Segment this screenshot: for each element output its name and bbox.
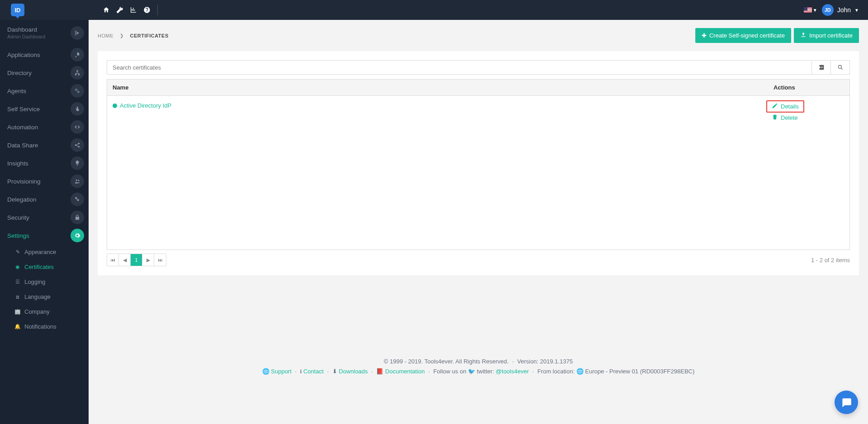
sidebar-item-automation[interactable]: Automation ‹: [0, 118, 89, 136]
search-row: [107, 60, 850, 75]
download-icon: ⬇: [332, 368, 337, 375]
chart-icon[interactable]: [127, 0, 140, 20]
sidebar-subitem-language[interactable]: 🗎 Language: [0, 289, 89, 304]
sidebar-item-insights[interactable]: Insights ‹: [0, 154, 89, 172]
clear-button[interactable]: [812, 60, 831, 75]
help-icon[interactable]: [140, 0, 154, 20]
footer-support-link[interactable]: Support: [271, 368, 292, 375]
sidebar-subitem-certificates[interactable]: ◉ Certificates: [0, 259, 89, 274]
pencil-icon: [772, 103, 778, 110]
footer-contact-link[interactable]: Contact: [303, 368, 324, 375]
svg-point-7: [838, 65, 841, 68]
main-content: HOME ❯ CERTIFICATES ✚ Create Self-signed…: [89, 20, 868, 386]
sidebar-item-label: Settings: [7, 232, 74, 239]
sidebar-item-settings[interactable]: Settings ⌄: [0, 226, 89, 245]
caret-down-icon: ▼: [854, 8, 859, 13]
code-icon: [71, 120, 84, 134]
grid-header: Name Actions: [107, 80, 849, 96]
home-icon[interactable]: [99, 0, 113, 20]
list-icon: ☰: [14, 279, 21, 285]
user-menu[interactable]: JD John ▼: [822, 4, 859, 16]
sidebar-item-label: Dashboard: [7, 26, 37, 33]
pager: ⏮ ◀ 1 ▶ ⏭: [107, 254, 166, 266]
book-icon: 📕: [376, 368, 383, 375]
pager-page-button[interactable]: 1: [131, 254, 142, 266]
sidebar-item-applications[interactable]: Applications ‹: [0, 46, 89, 64]
avatar: JD: [822, 4, 834, 16]
footer-documentation-link[interactable]: Documentation: [385, 368, 425, 375]
footer-version: Version: 2019.1.1375: [517, 358, 573, 365]
breadcrumb-home[interactable]: HOME: [98, 33, 113, 38]
language-selector[interactable]: ▼: [804, 7, 817, 13]
certificate-name-label: Active Directory IdP: [120, 102, 171, 109]
sidebar-subitem-company[interactable]: 🏢 Company: [0, 304, 89, 319]
sidebar-item-label: Applications: [7, 52, 76, 58]
sidebar-item-label: Directory: [7, 70, 76, 76]
brush-icon: ✎: [14, 249, 21, 255]
sidebar-item-directory[interactable]: Directory ‹: [0, 64, 89, 82]
info-icon: i: [300, 368, 302, 375]
sidebar-item-provisioning[interactable]: Provisioning ‹: [0, 172, 89, 190]
pager-last-button[interactable]: ⏭: [154, 254, 166, 266]
footer-location-label: From location:: [538, 368, 575, 375]
pointer-icon: [71, 102, 84, 116]
sidebar-subitem-label: Language: [24, 293, 51, 300]
table-row: Active Directory IdP Details Delete: [107, 96, 849, 124]
sidebar-subitem-logging[interactable]: ☰ Logging: [0, 274, 89, 289]
import-certificate-button[interactable]: Import certificate: [794, 28, 859, 43]
pager-first-button[interactable]: ⏮: [107, 254, 119, 266]
building-icon: 🏢: [14, 309, 21, 315]
trash-icon: [772, 114, 778, 122]
footer-location-value: Europe - Preview 01 (RD0003FF298EBC): [585, 368, 694, 375]
sidebar-item-dashboard[interactable]: Dashboard Admin Dashboard: [0, 20, 89, 46]
sidebar-item-datashare[interactable]: Data Share: [0, 136, 89, 154]
delete-link[interactable]: Delete: [772, 113, 844, 122]
pager-next-button[interactable]: ▶: [142, 254, 154, 266]
sidebar-subitem-label: Logging: [24, 278, 45, 285]
logo-area[interactable]: ID: [0, 0, 89, 20]
footer-twitter-link[interactable]: @tools4ever: [496, 368, 529, 375]
wrench-icon[interactable]: [113, 0, 127, 20]
search-input[interactable]: [107, 60, 812, 75]
sidebar-item-label: Self Service: [7, 106, 76, 113]
sitemap-icon: [71, 66, 84, 80]
username-label: John: [837, 6, 851, 14]
search-button[interactable]: [831, 60, 850, 75]
pager-prev-button[interactable]: ◀: [119, 254, 131, 266]
breadcrumb: HOME ❯ CERTIFICATES: [98, 33, 169, 38]
globe-icon: 🌐: [262, 368, 269, 375]
sidebar-subitem-label: Certificates: [24, 264, 54, 270]
details-highlight: Details: [766, 100, 804, 113]
footer-downloads-link[interactable]: Downloads: [339, 368, 368, 375]
column-name[interactable]: Name: [107, 80, 768, 95]
page-actions: ✚ Create Self-signed certificate Import …: [695, 28, 859, 43]
sidebar-item-agents[interactable]: Agents: [0, 82, 89, 100]
sidebar-subitem-appearance[interactable]: ✎ Appearance: [0, 245, 89, 259]
svg-point-1: [78, 91, 80, 93]
row-actions: Details Delete: [772, 102, 844, 122]
sidebar-item-selfservice[interactable]: Self Service ‹: [0, 100, 89, 118]
sidebar-item-label: Security: [7, 214, 76, 221]
bell-icon: 🔔: [14, 324, 21, 330]
topbar-quick-icons: [99, 0, 158, 20]
footer-follow-label: Follow us on: [433, 368, 466, 375]
create-certificate-button[interactable]: ✚ Create Self-signed certificate: [695, 28, 791, 43]
sidebar-subitem-notifications[interactable]: 🔔 Notifications: [0, 319, 89, 334]
file-icon: 🗎: [14, 294, 21, 300]
pager-summary: 1 - 2 of 2 items: [811, 257, 850, 264]
footer: © 1999 - 2019. Tools4ever. All Rights Re…: [89, 284, 868, 386]
certificate-name-link[interactable]: Active Directory IdP: [113, 102, 772, 122]
globe-icon: 🌐: [576, 368, 584, 375]
certificates-grid: Name Actions Active Directory IdP Detail…: [107, 79, 850, 250]
column-actions: Actions: [768, 80, 849, 95]
topbar-divider: [157, 5, 158, 15]
details-link[interactable]: Details: [772, 102, 799, 111]
rocket-icon: [71, 48, 84, 61]
sidebar-subitem-label: Notifications: [24, 323, 57, 330]
sidebar-subitem-label: Company: [24, 308, 50, 315]
sidebar-item-delegation[interactable]: Delegation ‹: [0, 190, 89, 208]
footer-copyright: © 1999 - 2019. Tools4ever. All Rights Re…: [384, 358, 509, 365]
topbar: ID ▼ JD John ▼: [0, 0, 868, 20]
sidebar-item-security[interactable]: Security ‹: [0, 208, 89, 226]
sidebar-item-label: Delegation: [7, 196, 76, 203]
